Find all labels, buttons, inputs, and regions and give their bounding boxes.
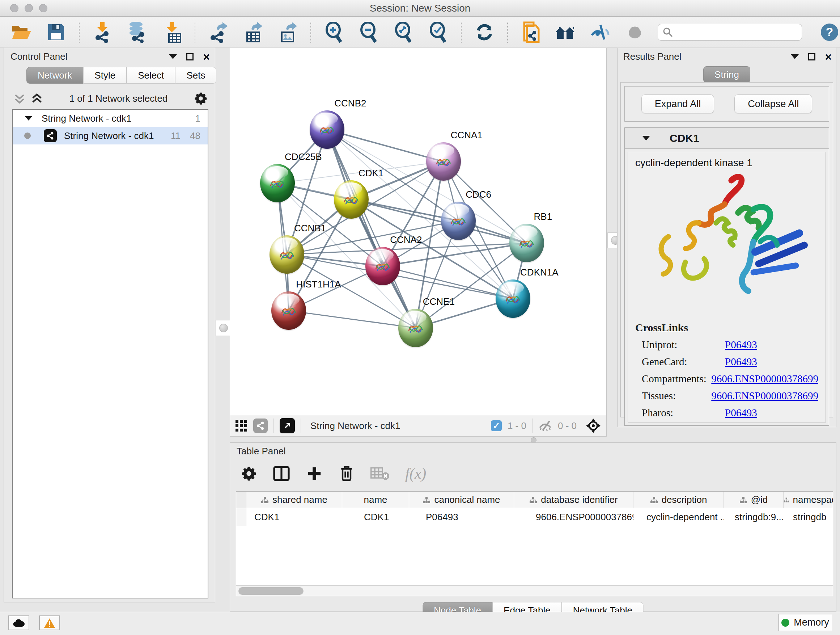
column-header[interactable]: canonical name bbox=[409, 492, 514, 508]
columns-icon[interactable] bbox=[273, 465, 290, 482]
node-label-cdc6: CDC6 bbox=[466, 189, 491, 200]
network-node-cdc6[interactable] bbox=[441, 202, 476, 240]
network-node-ccna2[interactable] bbox=[365, 247, 400, 285]
home-networks-button[interactable] bbox=[554, 21, 577, 44]
network-edge[interactable] bbox=[289, 310, 415, 328]
table-horizontal-scrollbar[interactable] bbox=[236, 585, 833, 596]
cloud-status-button[interactable] bbox=[8, 616, 29, 630]
network-node-ccne1[interactable] bbox=[398, 309, 433, 347]
export-network-button[interactable] bbox=[206, 21, 230, 44]
help-button[interactable]: ? bbox=[821, 24, 838, 41]
export-image-button[interactable] bbox=[276, 21, 300, 44]
collection-count: 1 bbox=[195, 113, 201, 124]
export-table-button[interactable] bbox=[241, 21, 265, 44]
network-row[interactable]: String Network - cdk1 11 48 bbox=[13, 127, 208, 144]
tab-string[interactable]: String bbox=[703, 66, 750, 83]
gear-icon[interactable] bbox=[194, 92, 208, 105]
network-node-cdkn1a[interactable] bbox=[496, 279, 531, 318]
cloud-icon bbox=[13, 619, 25, 627]
expand-all-button[interactable]: Expand All bbox=[641, 95, 714, 113]
close-panel-icon[interactable]: × bbox=[825, 53, 832, 60]
float-panel-icon[interactable] bbox=[186, 53, 194, 60]
network-node-ccna1[interactable] bbox=[426, 142, 461, 181]
crosslink-link[interactable]: P06493 bbox=[725, 356, 757, 368]
network-badge[interactable] bbox=[253, 418, 268, 433]
expand-all-icon[interactable] bbox=[31, 92, 43, 105]
gear-icon[interactable] bbox=[241, 466, 257, 481]
zoom-fit-button[interactable] bbox=[392, 21, 415, 44]
column-header[interactable]: database identifier bbox=[514, 492, 633, 508]
grid-view-icon[interactable] bbox=[235, 420, 248, 432]
network-node-ccnb1[interactable] bbox=[270, 235, 304, 274]
show-graphics-details-button[interactable] bbox=[623, 21, 647, 44]
network-node-cdk1[interactable] bbox=[334, 180, 369, 219]
memory-status-icon bbox=[782, 619, 789, 627]
column-header[interactable]: @id bbox=[724, 492, 783, 508]
tab-sets[interactable]: Sets bbox=[175, 67, 216, 84]
open-session-button[interactable] bbox=[9, 21, 33, 44]
hide-graphics-details-button[interactable] bbox=[588, 21, 612, 44]
current-network-indicator bbox=[24, 133, 31, 139]
protein-thumbnail bbox=[277, 245, 297, 265]
cell-id: stringdb:9... bbox=[724, 511, 783, 523]
save-floppy-icon bbox=[47, 23, 65, 42]
crosslink-link[interactable]: P06493 bbox=[725, 407, 757, 419]
eye-icon bbox=[626, 23, 644, 41]
refresh-layout-button[interactable] bbox=[472, 21, 496, 44]
toolbar-separator bbox=[195, 22, 195, 43]
column-header[interactable]: namespace bbox=[783, 492, 833, 508]
column-header[interactable]: description bbox=[633, 492, 724, 508]
selected-checkbox-icon[interactable]: ✓ bbox=[491, 420, 502, 431]
table-row[interactable]: CDK1 CDK1 P06493 9606.ENSP00000378699 cy… bbox=[236, 508, 833, 526]
entry-expander-icon[interactable] bbox=[642, 136, 650, 141]
panel-menu-icon[interactable] bbox=[791, 54, 799, 59]
string-document-button[interactable] bbox=[519, 21, 543, 44]
zoom-selected-button[interactable] bbox=[426, 21, 450, 44]
import-network-database-button[interactable] bbox=[125, 21, 149, 44]
crosslink-link[interactable]: 9606.ENSP00000378699 bbox=[711, 390, 818, 402]
network-node-rb1[interactable] bbox=[509, 224, 544, 262]
network-edge[interactable] bbox=[327, 130, 415, 328]
hidden-eye-icon[interactable] bbox=[538, 420, 552, 431]
network-collection-row[interactable]: String Network - cdk1 1 bbox=[13, 110, 208, 127]
collapse-all-icon[interactable] bbox=[13, 92, 26, 105]
float-panel-icon[interactable] bbox=[808, 53, 815, 60]
birdseye-navigator-icon[interactable] bbox=[585, 418, 601, 434]
column-header[interactable]: shared name bbox=[246, 492, 342, 508]
tab-style[interactable]: Style bbox=[83, 67, 126, 84]
import-network-file-button[interactable] bbox=[90, 21, 114, 44]
gene-entry: CDK1 cyclin-dependent kinase 1 bbox=[624, 127, 829, 426]
protein-thumbnail bbox=[267, 173, 287, 194]
cell-namespace: stringdb bbox=[783, 511, 833, 523]
trash-icon[interactable] bbox=[339, 465, 355, 482]
tab-network[interactable]: Network bbox=[27, 67, 83, 84]
memory-button[interactable]: Memory bbox=[778, 614, 832, 631]
close-panel-icon[interactable]: × bbox=[203, 53, 210, 60]
zoom-in-button[interactable] bbox=[322, 21, 346, 44]
import-table-file-button[interactable] bbox=[160, 21, 184, 44]
panel-menu-icon[interactable] bbox=[169, 54, 177, 59]
gene-entry-header[interactable]: CDK1 bbox=[625, 128, 829, 149]
network-node-hist1h1a[interactable] bbox=[271, 291, 306, 330]
node-label-ccnb2: CCNB2 bbox=[334, 98, 366, 109]
save-session-button[interactable] bbox=[44, 21, 68, 44]
network-node-cdc25b[interactable] bbox=[260, 164, 295, 203]
tab-select[interactable]: Select bbox=[126, 67, 175, 84]
add-column-icon[interactable] bbox=[306, 465, 323, 482]
network-node-ccnb2[interactable] bbox=[309, 111, 344, 149]
column-header[interactable]: name bbox=[342, 492, 409, 508]
search-icon bbox=[662, 27, 673, 38]
detach-view-button[interactable] bbox=[279, 418, 295, 433]
network-view-title: String Network - cdk1 bbox=[310, 420, 485, 432]
crosslink-link[interactable]: 9606.ENSP00000378699 bbox=[711, 373, 818, 385]
warnings-button[interactable] bbox=[39, 616, 60, 630]
search-input[interactable] bbox=[676, 27, 797, 38]
collapse-all-button[interactable]: Collapse All bbox=[734, 95, 812, 113]
network-canvas[interactable]: CCNB2CCNA1CDC25BCDK1CDC6RB1CCNB1CCNA2CDK… bbox=[230, 48, 606, 415]
crosslink-link[interactable]: P06493 bbox=[725, 339, 757, 351]
homes-icon bbox=[554, 23, 577, 42]
left-splitter-handle[interactable] bbox=[216, 320, 232, 336]
collection-expander-icon[interactable] bbox=[25, 116, 32, 120]
zoom-out-button[interactable] bbox=[357, 21, 381, 44]
export-table-icon bbox=[243, 21, 263, 43]
